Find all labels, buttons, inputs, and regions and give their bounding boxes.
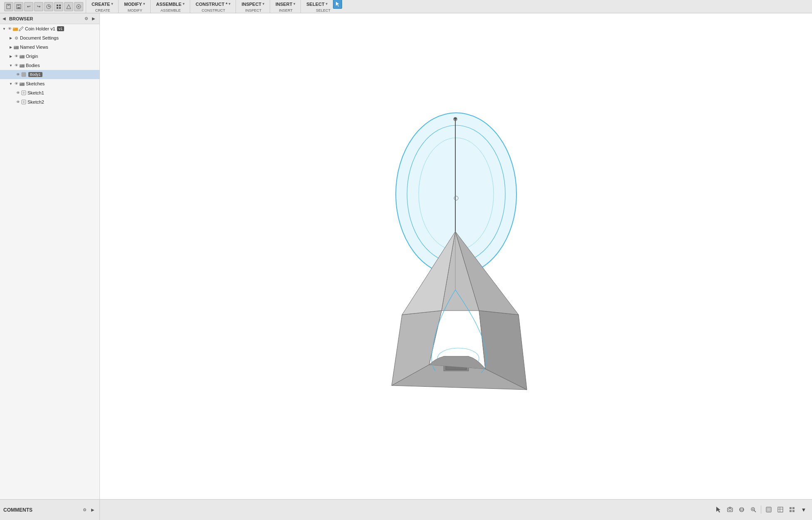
save-btn[interactable] — [14, 2, 23, 11]
origin-visibility-icon[interactable]: 👁 — [13, 53, 19, 59]
bodies-label: Bodies — [26, 63, 40, 68]
tree-bodies[interactable]: ▼ 👁 Bodies — [0, 61, 99, 70]
create-dropdown[interactable]: CREATE ▼ — [89, 0, 116, 8]
root-expand-icon[interactable]: ▼ — [2, 26, 7, 31]
comments-settings-icon[interactable]: ⚙ — [81, 507, 88, 513]
tree-document-settings[interactable]: ▶ ⚙ Document Settings — [0, 33, 99, 42]
inspect-dropdown[interactable]: INSPECT ▼ — [239, 0, 267, 8]
sketches-label: Sketches — [26, 81, 45, 86]
bodies-expand[interactable]: ▼ — [8, 63, 13, 68]
tool-divider-1 — [761, 505, 761, 514]
browser-expand-icon[interactable]: ▶ — [90, 15, 97, 22]
tree-origin[interactable]: ▶ 👁 Origin — [0, 52, 99, 61]
sketch2-file-icon — [21, 99, 27, 105]
svg-marker-18 — [336, 2, 339, 7]
layout-btn[interactable] — [787, 505, 797, 515]
display-mode-btn[interactable] — [764, 505, 774, 515]
sketch2-visibility-icon[interactable]: 👁 — [15, 99, 21, 105]
assemble-group: ASSEMBLE ▼ ASSEMBLE — [151, 0, 190, 13]
tree-body1[interactable]: 👁 Body1 — [0, 70, 99, 79]
browser-header: ◀ BROWSER ⚙ ▶ — [0, 13, 99, 24]
construct-dropdown[interactable]: CONSTRUCT * ▼ — [194, 0, 233, 8]
root-visibility-icon[interactable]: 👁 — [7, 26, 12, 32]
select-dropdown[interactable]: SELECT ▼ — [304, 0, 330, 8]
sketch1-visibility-icon[interactable]: 👁 — [15, 90, 21, 96]
body1-badge: Body1 — [28, 72, 42, 77]
canvas-area — [100, 13, 812, 499]
select-active-btn[interactable] — [333, 0, 342, 9]
sketch2-label: Sketch2 — [27, 100, 44, 104]
extra-btn1[interactable] — [44, 2, 53, 11]
camera-tool-btn[interactable] — [725, 505, 735, 515]
inspect-label: INSPECT — [245, 8, 261, 12]
origin-label: Origin — [26, 54, 38, 59]
insert-label: INSERT — [279, 8, 293, 12]
root-folder-icon — [12, 26, 18, 31]
extra-btn3[interactable] — [64, 2, 73, 11]
svg-marker-14 — [67, 5, 71, 9]
browser-settings-icon[interactable]: ⚙ — [83, 15, 89, 22]
root-badge: v1 — [57, 26, 65, 31]
svg-rect-65 — [778, 507, 783, 512]
select-arrow: ▼ — [325, 2, 328, 6]
modify-group: MODIFY ▼ MODIFY — [119, 0, 151, 13]
tree-sketches[interactable]: ▼ 👁 Sketches — [0, 79, 99, 88]
svg-rect-69 — [792, 507, 795, 509]
svg-point-54 — [454, 117, 457, 120]
root-label: Coin Holder v1 — [25, 26, 55, 31]
redo-btn[interactable]: ↪ — [34, 2, 43, 11]
svg-rect-64 — [767, 508, 770, 511]
modify-dropdown[interactable]: MODIFY ▼ — [122, 0, 148, 8]
construct-group: CONSTRUCT * ▼ CONSTRUCT — [191, 0, 236, 13]
browser-title: BROWSER — [9, 16, 83, 21]
bodies-folder-icon — [19, 63, 25, 68]
tree-sketch2[interactable]: 👁 Sketch2 — [0, 97, 99, 107]
sketch1-file-icon — [21, 90, 27, 96]
insert-dropdown[interactable]: INSERT ▼ — [273, 0, 298, 8]
root-edit-icon[interactable] — [18, 26, 24, 32]
main-viewport[interactable] — [100, 13, 812, 499]
bottom-bar: COMMENTS ⚙ ▶ ▼ — [0, 499, 812, 520]
svg-rect-5 — [17, 7, 20, 9]
tree-sketch1[interactable]: 👁 Sketch1 — [0, 88, 99, 97]
browser-panel: ◀ BROWSER ⚙ ▶ ▼ 👁 Coin Holder v1 v1 ▶ ⚙ … — [0, 13, 100, 499]
svg-rect-29 — [20, 82, 22, 84]
modify-label: MODIFY — [128, 8, 142, 12]
doc-settings-expand[interactable]: ▶ — [8, 35, 13, 40]
tree-root-item[interactable]: ▼ 👁 Coin Holder v1 v1 — [0, 24, 99, 33]
construct-arrow: ▼ — [228, 2, 231, 6]
sketches-expand[interactable]: ▼ — [8, 81, 13, 86]
grid-btn[interactable] — [775, 505, 785, 515]
svg-rect-24 — [20, 55, 22, 56]
named-views-expand[interactable]: ▶ — [8, 45, 13, 50]
comments-label: COMMENTS — [3, 507, 79, 513]
comments-expand-icon[interactable]: ▶ — [89, 507, 96, 513]
browser-collapse-btn[interactable]: ◀ — [2, 16, 7, 21]
body1-visibility-icon[interactable]: 👁 — [15, 72, 21, 77]
undo-btn[interactable]: ↩ — [24, 2, 33, 11]
bottom-right-tools: ▼ — [710, 499, 812, 520]
svg-rect-11 — [59, 5, 61, 6]
new-btn[interactable] — [4, 2, 13, 11]
create-arrow: ▼ — [110, 2, 114, 6]
comments-section: COMMENTS ⚙ ▶ — [0, 500, 100, 520]
more-options-btn[interactable]: ▼ — [799, 505, 809, 515]
extra-btn2[interactable] — [54, 2, 63, 11]
svg-rect-6 — [17, 5, 20, 6]
assemble-dropdown[interactable]: ASSEMBLE ▼ — [154, 0, 187, 8]
3d-model-svg — [352, 111, 560, 402]
assemble-label: ASSEMBLE — [161, 8, 181, 12]
tree-named-views[interactable]: ▶ Named Views — [0, 42, 99, 52]
bodies-visibility-icon[interactable]: 👁 — [13, 62, 19, 68]
cursor-tool-btn[interactable] — [713, 505, 723, 515]
orbit-tool-btn[interactable] — [737, 505, 747, 515]
sketches-visibility-icon[interactable]: 👁 — [13, 81, 19, 87]
extra-btn4[interactable] — [74, 2, 83, 11]
sketch1-label: Sketch1 — [27, 90, 44, 95]
svg-rect-70 — [790, 510, 792, 512]
origin-expand[interactable]: ▶ — [8, 54, 13, 59]
svg-rect-22 — [14, 46, 16, 47]
modify-arrow: ▼ — [142, 2, 146, 6]
svg-line-60 — [754, 510, 756, 512]
zoom-tool-btn[interactable] — [748, 505, 758, 515]
